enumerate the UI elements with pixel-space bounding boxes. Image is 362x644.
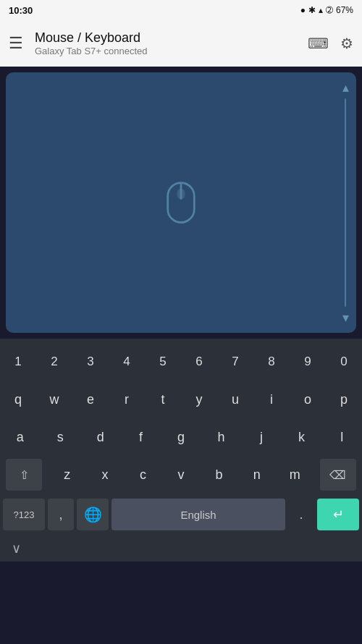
qwerty-row: q w e r t y u i o p [0, 381, 362, 418]
key-g[interactable]: g [168, 421, 194, 453]
key-5[interactable]: 5 [150, 346, 176, 378]
status-bar: 10:30 ● ✱ ▴ ➁ 67% [0, 0, 362, 20]
signal-icon: ➁ [326, 5, 333, 15]
key-d[interactable]: d [88, 421, 114, 453]
backspace-key[interactable]: ⌫ [320, 459, 356, 491]
key-r[interactable]: r [114, 384, 140, 415]
key-f[interactable]: f [127, 421, 153, 453]
bottom-bar: ∨ [0, 535, 362, 562]
battery-icon: 67% [336, 5, 353, 15]
key-comma[interactable]: , [48, 499, 74, 530]
wifi-icon: ▴ [319, 5, 323, 15]
key-e[interactable]: e [77, 384, 104, 415]
enter-key[interactable]: ↵ [317, 499, 359, 530]
globe-icon[interactable]: 🌐 [77, 499, 109, 530]
bluetooth-icon: ✱ [308, 5, 316, 15]
key-j[interactable]: j [248, 421, 274, 453]
key-a[interactable]: a [7, 421, 33, 453]
key-1[interactable]: 1 [5, 346, 31, 378]
key-y[interactable]: y [186, 384, 212, 415]
key-period[interactable]: . [288, 507, 314, 522]
scroll-down-arrow: ▾ [342, 310, 349, 326]
appbar-icons: ⌨ ⚙ [308, 35, 353, 52]
key-n[interactable]: n [244, 459, 270, 491]
key-7[interactable]: 7 [222, 346, 248, 378]
asdf-row: a s d f g h j k l [0, 418, 362, 456]
keyboard-icon[interactable]: ⌨ [308, 35, 329, 52]
key-x[interactable]: x [92, 459, 118, 491]
hamburger-icon[interactable]: ☰ [9, 34, 23, 53]
key-o[interactable]: o [295, 384, 321, 415]
svg-rect-2 [177, 189, 185, 200]
bottom-row: ?123 , 🌐 English . ↵ [0, 493, 362, 535]
app-subtitle: Galaxy Tab S7+ connected [35, 46, 296, 56]
keyboard: 1 2 3 4 5 6 7 8 9 0 q w e r t y u i o p … [0, 339, 362, 535]
key-h[interactable]: h [209, 421, 235, 453]
key-123[interactable]: ?123 [3, 499, 45, 530]
key-w[interactable]: w [41, 384, 67, 415]
key-p[interactable]: p [331, 384, 357, 415]
key-c[interactable]: c [130, 459, 156, 491]
key-u[interactable]: u [222, 384, 248, 415]
key-b[interactable]: b [206, 459, 232, 491]
zxcv-row: ⇧ z x c v b n m ⌫ [0, 456, 362, 493]
key-0[interactable]: 0 [331, 346, 357, 378]
language-key[interactable]: English [111, 499, 285, 530]
app-bar: ☰ Mouse / Keyboard Galaxy Tab S7+ connec… [0, 20, 362, 67]
scroll-indicator: ▴ ▾ [343, 72, 348, 333]
key-2[interactable]: 2 [41, 346, 67, 378]
app-title: Mouse / Keyboard [35, 30, 296, 46]
key-q[interactable]: q [5, 384, 31, 415]
key-k[interactable]: k [289, 421, 315, 453]
key-8[interactable]: 8 [258, 346, 285, 378]
status-time: 10:30 [9, 5, 33, 16]
trackpad-area[interactable]: ▴ ▾ [6, 72, 356, 333]
settings-icon[interactable]: ⚙ [340, 35, 353, 52]
key-i[interactable]: i [258, 384, 285, 415]
mouse-icon [163, 179, 199, 226]
key-m[interactable]: m [282, 459, 308, 491]
scroll-up-arrow: ▴ [342, 80, 349, 96]
title-block: Mouse / Keyboard Galaxy Tab S7+ connecte… [35, 30, 296, 56]
number-row: 1 2 3 4 5 6 7 8 9 0 [0, 343, 362, 381]
headphone-icon: ● [300, 5, 306, 15]
key-6[interactable]: 6 [186, 346, 212, 378]
chevron-down-icon[interactable]: ∨ [12, 541, 21, 556]
key-4[interactable]: 4 [114, 346, 140, 378]
scroll-track [345, 98, 346, 307]
key-z[interactable]: z [54, 459, 80, 491]
key-v[interactable]: v [168, 459, 194, 491]
key-s[interactable]: s [47, 421, 73, 453]
key-t[interactable]: t [150, 384, 176, 415]
key-3[interactable]: 3 [77, 346, 104, 378]
status-icons: ● ✱ ▴ ➁ 67% [300, 5, 353, 15]
key-9[interactable]: 9 [295, 346, 321, 378]
shift-key[interactable]: ⇧ [6, 459, 42, 491]
key-l[interactable]: l [329, 421, 355, 453]
